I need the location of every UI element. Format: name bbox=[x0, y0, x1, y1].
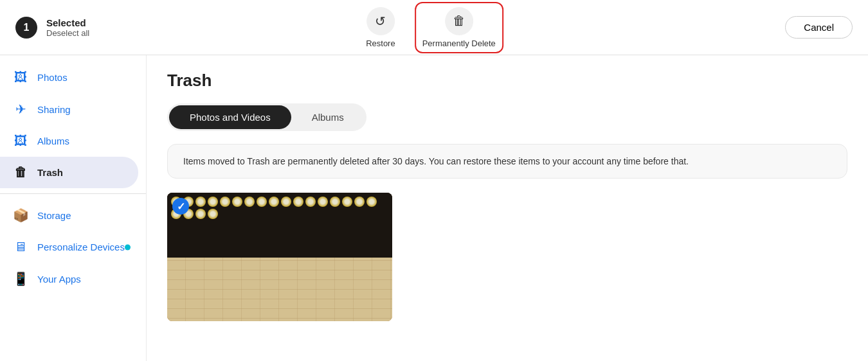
photo-grid: ✓ bbox=[167, 193, 847, 321]
personalize-notification-dot bbox=[125, 244, 131, 250]
permanently-delete-button[interactable]: 🗑 Permanently Delete bbox=[416, 3, 502, 52]
restore-button[interactable]: ↺ Restore bbox=[366, 7, 395, 48]
selected-badge: 1 bbox=[15, 17, 37, 39]
sidebar-label-photos: Photos bbox=[37, 72, 68, 83]
sidebar-label-your-apps: Your Apps bbox=[37, 274, 81, 285]
sidebar-item-sharing[interactable]: ✈ Sharing bbox=[0, 93, 138, 125]
photo-selected-check: ✓ bbox=[172, 198, 189, 215]
info-banner: Items moved to Trash are permanently del… bbox=[167, 144, 847, 179]
brick-pattern bbox=[167, 258, 392, 321]
photos-icon: 🖼 bbox=[13, 70, 28, 85]
restore-label: Restore bbox=[366, 39, 395, 48]
main-layout: 🖼 Photos ✈ Sharing 🖼 Albums 🗑 Trash 📦 St… bbox=[0, 55, 868, 361]
sidebar-label-personalize: Personalize Devices bbox=[37, 242, 125, 252]
sidebar-item-trash[interactable]: 🗑 Trash bbox=[0, 157, 138, 188]
sidebar-label-sharing: Sharing bbox=[37, 104, 71, 115]
permanently-delete-label: Permanently Delete bbox=[422, 39, 496, 48]
page-title: Trash bbox=[167, 71, 847, 91]
albums-icon: 🖼 bbox=[13, 134, 28, 148]
top-bar: 1 Selected Deselect all ↺ Restore 🗑 Perm… bbox=[0, 0, 868, 55]
sidebar-item-personalize[interactable]: 🖥 Personalize Devices bbox=[0, 231, 138, 263]
sidebar: 🖼 Photos ✈ Sharing 🖼 Albums 🗑 Trash 📦 St… bbox=[0, 55, 147, 361]
sidebar-item-storage[interactable]: 📦 Storage bbox=[0, 199, 138, 231]
restore-icon: ↺ bbox=[366, 7, 395, 35]
sidebar-label-storage: Storage bbox=[37, 210, 71, 221]
tab-photos-videos[interactable]: Photos and Videos bbox=[169, 105, 291, 129]
trash-icon: 🗑 bbox=[445, 7, 473, 35]
top-bar-actions: ↺ Restore 🗑 Permanently Delete bbox=[366, 3, 502, 52]
selected-text: Selected Deselect all bbox=[46, 17, 89, 38]
content-area: Trash Photos and Videos Albums Items mov… bbox=[147, 55, 868, 361]
cancel-button[interactable]: Cancel bbox=[785, 16, 853, 39]
trash-sidebar-icon: 🗑 bbox=[13, 165, 28, 180]
tabs-row: Photos and Videos Albums bbox=[167, 103, 366, 131]
info-banner-text: Items moved to Trash are permanently del… bbox=[183, 156, 689, 166]
storage-icon: 📦 bbox=[13, 207, 28, 223]
wall-section bbox=[167, 258, 392, 321]
owl-photo-thumbnail bbox=[167, 193, 392, 321]
sidebar-item-your-apps[interactable]: 📱 Your Apps bbox=[0, 263, 138, 295]
sidebar-item-albums[interactable]: 🖼 Albums bbox=[0, 125, 138, 157]
selected-info: 1 Selected Deselect all bbox=[15, 17, 89, 39]
deselect-all-button[interactable]: Deselect all bbox=[46, 28, 89, 38]
sidebar-label-albums: Albums bbox=[37, 136, 69, 146]
sidebar-item-photos[interactable]: 🖼 Photos bbox=[0, 62, 138, 93]
ceiling-section bbox=[167, 193, 392, 260]
photo-item[interactable]: ✓ bbox=[167, 193, 392, 321]
sidebar-label-trash: Trash bbox=[37, 167, 63, 178]
selected-label: Selected bbox=[46, 17, 89, 28]
your-apps-icon: 📱 bbox=[13, 271, 28, 286]
personalize-icon: 🖥 bbox=[13, 240, 28, 254]
lights-row bbox=[167, 193, 392, 223]
sidebar-divider bbox=[0, 193, 146, 194]
sharing-icon: ✈ bbox=[13, 101, 28, 117]
tab-albums[interactable]: Albums bbox=[291, 105, 365, 129]
